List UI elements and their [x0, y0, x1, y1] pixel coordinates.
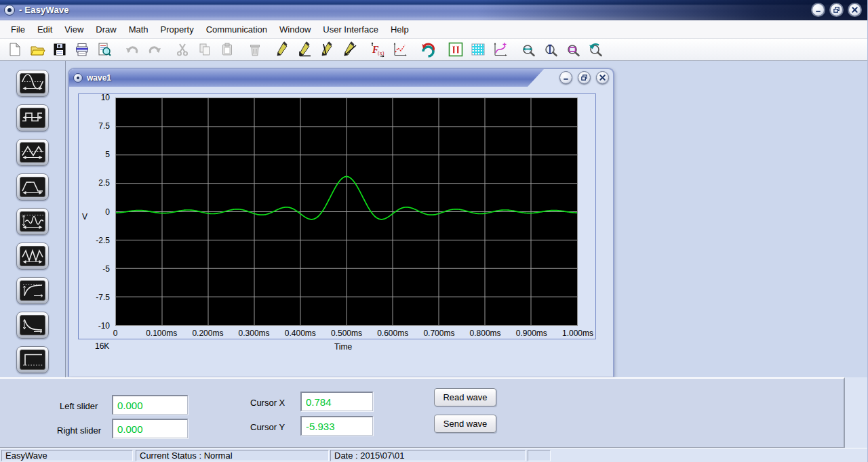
square-wave-button[interactable]	[16, 104, 49, 131]
cursor-y-input[interactable]	[300, 416, 373, 436]
y-tick-5: 5	[105, 150, 110, 159]
status-segment-4	[528, 450, 551, 461]
status-segment-2: Current Status : Normal	[136, 450, 329, 461]
triangle-wave-button[interactable]	[16, 139, 49, 166]
menu-item-draw[interactable]: Draw	[90, 22, 122, 37]
left-slider-label: Left slider	[60, 401, 98, 411]
exp-rise-icon	[20, 280, 45, 301]
grid-icon	[470, 41, 486, 58]
left-slider-input[interactable]	[112, 395, 188, 415]
function-fx-icon: F(x)	[370, 41, 386, 58]
redo-button	[145, 41, 163, 59]
y-tick--7.5: -7.5	[96, 293, 110, 302]
x-tick-0.900ms: 0.900ms	[516, 329, 547, 338]
print-preview-button[interactable]	[95, 41, 113, 59]
wave1-window-body: V 107.552.50-2.5-5-7.5-10 00.100ms0.200m…	[69, 87, 613, 377]
modulated-wave-button[interactable]	[16, 208, 49, 235]
wave1-minimize-button[interactable]	[559, 71, 572, 84]
toolbar: F(x)	[0, 39, 867, 61]
print-button[interactable]	[73, 41, 91, 59]
zoom-back-icon	[587, 41, 604, 58]
save-floppy-icon	[52, 41, 68, 58]
draw-freehand-button[interactable]	[273, 41, 292, 59]
x-tick-0.400ms: 0.400ms	[285, 329, 316, 338]
wave1-restore-button[interactable]	[578, 71, 591, 84]
exp-decay-button[interactable]	[16, 312, 49, 339]
menu-item-view[interactable]: View	[58, 22, 90, 37]
menu-item-file[interactable]: File	[5, 22, 31, 37]
wave-control-panel: Left slider Right slider Cursor X Cursor…	[0, 377, 845, 448]
open-button[interactable]	[28, 41, 46, 59]
copy-button	[195, 41, 214, 59]
new-button[interactable]	[5, 41, 24, 59]
sine-wave-icon	[20, 73, 45, 93]
x-tick-0.200ms: 0.200ms	[192, 329, 223, 338]
save-button[interactable]	[50, 41, 68, 59]
wave1-title-bar[interactable]: wave1	[69, 69, 613, 87]
menu-item-property[interactable]: Property	[155, 22, 200, 37]
trapezoid-wave-button[interactable]	[16, 173, 49, 201]
minimize-icon	[814, 6, 822, 14]
sine-wave-button[interactable]	[16, 70, 49, 97]
send-wave-button[interactable]: Send wave	[434, 415, 496, 433]
plot-red-dashed-icon	[392, 41, 408, 58]
menu-item-help[interactable]: Help	[384, 22, 415, 37]
clipboard-icon	[219, 41, 235, 58]
restore-icon	[580, 74, 588, 81]
plot-magenta-icon	[492, 41, 509, 58]
x-axis-label: Time	[334, 342, 352, 352]
pencil-hline-icon	[297, 41, 313, 58]
app-restore-button[interactable]	[829, 3, 844, 17]
draw-vertical-line-button[interactable]	[318, 41, 336, 59]
menu-item-edit[interactable]: Edit	[31, 22, 58, 37]
zoom-horizontal-button[interactable]	[519, 41, 537, 59]
draw-diagonal-line-button[interactable]	[340, 41, 359, 59]
coordinate-draw-button[interactable]	[391, 41, 409, 59]
smooth-curve-button[interactable]	[418, 41, 437, 59]
draw-horizontal-line-button[interactable]	[296, 41, 314, 59]
waveform-plot[interactable]	[115, 98, 578, 326]
main-area: wave1 V 107.552.50-2.5-5-7.5-10 00.100ms…	[0, 61, 868, 377]
zoom-vertical-button[interactable]	[541, 41, 559, 59]
right-slider-input[interactable]	[112, 419, 188, 438]
wave1-window-title: wave1	[87, 73, 111, 83]
exp-rise-button[interactable]	[16, 277, 49, 304]
mdi-workspace: wave1 V 107.552.50-2.5-5-7.5-10 00.100ms…	[66, 61, 868, 377]
y-tick--5: -5	[102, 264, 110, 274]
menu-item-communication[interactable]: Communication	[200, 22, 273, 37]
undo-arrow-icon	[124, 41, 140, 58]
dc-level-button[interactable]	[16, 346, 49, 373]
grid-toggle-button[interactable]	[469, 41, 487, 59]
marker-cursors-button[interactable]	[446, 41, 465, 59]
x-tick-0.800ms: 0.800ms	[470, 329, 501, 338]
easywave-application-window: - EasyWave FileEditViewDrawMathPropertyC…	[0, 0, 868, 462]
menu-item-window[interactable]: Window	[273, 22, 317, 37]
noise-wave-button[interactable]	[16, 243, 49, 270]
cut-button	[173, 41, 191, 59]
zoom-reset-button[interactable]	[586, 41, 604, 59]
app-title-bar[interactable]: - EasyWave	[0, 0, 867, 20]
cursor-x-input[interactable]	[300, 392, 373, 411]
app-close-button[interactable]	[848, 3, 862, 17]
menu-item-user-interface[interactable]: User Interface	[317, 22, 384, 37]
x-tick-1.000ms: 1.000ms	[562, 329, 593, 338]
function-editor-button[interactable]: F(x)	[368, 41, 387, 59]
menu-item-math[interactable]: Math	[123, 22, 155, 37]
app-minimize-button[interactable]	[811, 3, 825, 17]
read-wave-button[interactable]: Read wave	[434, 388, 496, 406]
dc-level-icon	[20, 350, 45, 370]
zoom-box-icon	[565, 41, 581, 58]
status-segment-3: Date : 2015\07\01	[330, 450, 526, 461]
modulated-wave-icon	[20, 211, 45, 232]
x-tick-0.100ms: 0.100ms	[146, 329, 177, 338]
insert-plot-button[interactable]	[491, 41, 509, 59]
right-slider-label: Right slider	[57, 425, 101, 436]
x-tick-0.500ms: 0.500ms	[331, 329, 362, 338]
zoom-box-button[interactable]	[564, 41, 582, 59]
wave1-close-button[interactable]	[596, 71, 609, 84]
y-tick--10: -10	[98, 321, 110, 331]
svg-text:(x): (x)	[378, 50, 384, 56]
wave1-window: wave1 V 107.552.50-2.5-5-7.5-10 00.100ms…	[68, 68, 614, 377]
delete-button	[245, 41, 264, 59]
x-axis-ticks: 00.100ms0.200ms0.300ms0.400ms0.500ms0.60…	[115, 329, 578, 339]
